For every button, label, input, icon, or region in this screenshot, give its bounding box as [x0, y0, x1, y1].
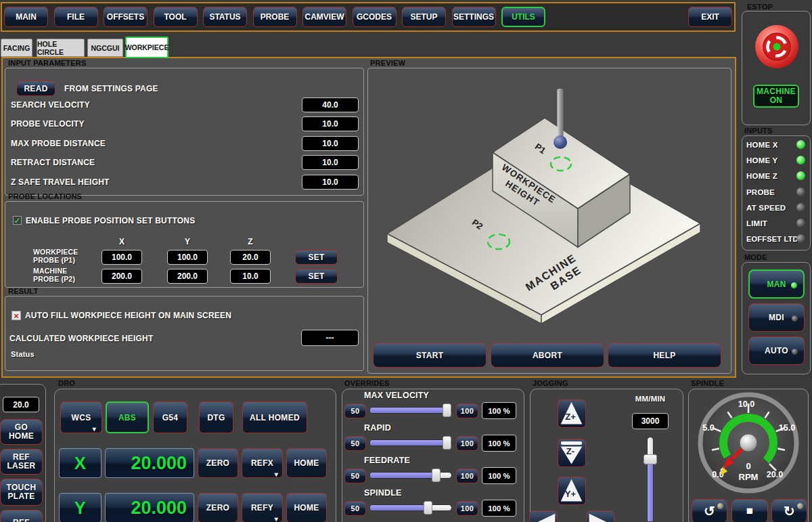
help-button[interactable]: HELP — [608, 343, 721, 368]
g54-button[interactable]: G54 — [153, 401, 187, 433]
machine-on-button[interactable]: MACHINE ON — [753, 85, 799, 108]
y-home-button[interactable]: HOME — [286, 493, 327, 522]
mode-mdi-button[interactable]: MDI — [748, 303, 805, 332]
autofill-checkbox[interactable]: × — [12, 311, 21, 320]
retract-distance-field[interactable]: 10.0 — [302, 155, 359, 170]
menu-settings[interactable]: SETTINGS — [452, 7, 496, 27]
menu-probe[interactable]: PROBE — [253, 7, 297, 27]
slider-handle[interactable] — [443, 436, 451, 450]
p1-z-field[interactable]: 20.0 — [230, 250, 271, 265]
ref-button[interactable]: REF — [0, 510, 43, 522]
menu-camview[interactable]: CAMVIEW — [302, 7, 346, 27]
spindle-cw-button[interactable]: ↻ — [771, 499, 807, 522]
touch-plate-button[interactable]: TOUCH PLATE — [0, 479, 43, 506]
abort-button[interactable]: ABORT — [491, 343, 604, 368]
start-button[interactable]: START — [373, 343, 487, 368]
max-velocity-max-button[interactable]: 100 — [456, 404, 478, 418]
probe-locations-title: PROBE LOCATIONS — [8, 192, 82, 200]
menu-status[interactable]: STATUS — [203, 7, 247, 27]
input-limit-label: LIMIT — [746, 219, 767, 227]
probe-velocity-field[interactable]: 10.0 — [302, 116, 359, 131]
ref-laser-button[interactable]: REF LASER — [0, 449, 43, 475]
y-zero-button[interactable]: ZERO — [198, 493, 238, 522]
x-zero-button[interactable]: ZERO — [198, 448, 238, 478]
y-axis-dro-value: 20.000 — [105, 493, 194, 522]
max-velocity-slider[interactable] — [369, 407, 452, 414]
menu-main[interactable]: MAIN — [4, 7, 48, 27]
x-home-button[interactable]: HOME — [286, 448, 327, 478]
probe-shaft-icon — [558, 89, 564, 139]
exit-button[interactable]: EXIT — [688, 7, 732, 27]
estop-button[interactable] — [753, 23, 800, 70]
retract-distance-label: RETRACT DISTANCE — [11, 155, 95, 170]
mode-auto-button[interactable]: AUTO — [748, 336, 805, 365]
menu-tool[interactable]: TOOL — [154, 7, 198, 27]
menu-gcodes[interactable]: GCODES — [353, 7, 397, 27]
column-x-header: X — [102, 237, 142, 246]
p2-z-field[interactable]: 10.0 — [230, 269, 271, 284]
slider-fill — [370, 505, 428, 510]
jog-y-plus-button[interactable]: Y+ — [558, 477, 586, 505]
workpiece-tab-pane: INPUT PARAMETERS READ FROM SETTINGS PAGE… — [1, 57, 736, 378]
input-eoffset-label: EOFFSET LTD — [746, 235, 798, 243]
jog-x-plus-button[interactable] — [586, 510, 614, 522]
enable-probe-checkbox[interactable]: ✓ — [13, 216, 22, 225]
cw-led-icon — [797, 503, 803, 509]
triangle-left-icon — [532, 513, 556, 522]
z-safe-travel-field[interactable]: 10.0 — [302, 175, 359, 190]
rapid-max-button[interactable]: 100 — [456, 436, 478, 451]
all-homed-button[interactable]: ALL HOMED — [242, 401, 307, 433]
jog-z-plus-button[interactable]: Z+ — [558, 399, 586, 428]
p1-set-button[interactable]: SET — [295, 250, 338, 265]
p2-y-field[interactable]: 200.0 — [167, 269, 208, 284]
slider-handle[interactable] — [644, 454, 657, 464]
tab-workpiece-active[interactable]: WORKPIECE — [125, 37, 168, 58]
p2-set-button[interactable]: SET — [295, 269, 338, 284]
jog-rate-slider[interactable] — [643, 435, 658, 522]
rapid-percent-display: 100 % — [482, 435, 516, 452]
spindle-min-button[interactable]: 50 — [344, 501, 366, 516]
slider-handle[interactable] — [432, 469, 441, 482]
abs-button-active[interactable]: ABS — [106, 401, 149, 433]
wcs-dropdown-button[interactable]: WCS ▾ — [60, 401, 102, 433]
tab-ngcgui[interactable]: NGCGUI — [87, 39, 123, 57]
p2-x-field[interactable]: 200.0 — [102, 269, 142, 284]
max-velocity-min-button[interactable]: 50 — [344, 404, 366, 418]
y-ref-dropdown-button[interactable]: REFY ▾ — [242, 493, 283, 522]
jog-x-minus-button[interactable] — [529, 510, 558, 522]
slider-handle[interactable] — [443, 404, 451, 417]
jog-rate-display[interactable]: 3000 — [632, 413, 669, 429]
read-button[interactable]: READ — [16, 81, 55, 96]
spindle-ccw-button[interactable]: ↺ — [692, 499, 727, 522]
menu-utils-active[interactable]: UTILS — [501, 7, 545, 27]
rapid-slider[interactable] — [369, 439, 452, 446]
touch-height-field[interactable]: 20.0 — [3, 397, 39, 412]
jogging-panel — [530, 389, 683, 522]
p1-y-field[interactable]: 100.0 — [167, 250, 208, 265]
x-ref-dropdown-button[interactable]: REFX ▾ — [242, 448, 283, 478]
go-home-button[interactable]: GO HOME — [0, 419, 43, 445]
svg-text:15.0: 15.0 — [779, 423, 795, 433]
home-y-led-icon — [796, 156, 805, 165]
dtg-button[interactable]: DTG — [199, 401, 233, 433]
jog-z-minus-button[interactable]: Z- — [558, 439, 586, 467]
tab-hole-circle[interactable]: HOLE CIRCLE — [37, 39, 85, 57]
feedrate-percent-display: 100 % — [482, 467, 516, 484]
spindle-stop-button[interactable]: ■ — [731, 499, 768, 522]
tab-facing[interactable]: FACING — [1, 39, 32, 57]
feedrate-max-button[interactable]: 100 — [456, 469, 478, 483]
menu-offsets[interactable]: OFFSETS — [104, 7, 148, 27]
p1-x-field[interactable]: 100.0 — [102, 250, 142, 265]
feedrate-slider[interactable] — [369, 472, 452, 479]
mode-man-button[interactable]: MAN — [748, 269, 805, 299]
rapid-min-button[interactable]: 50 — [344, 436, 366, 451]
input-probe-label: PROBE — [746, 188, 775, 196]
menu-setup[interactable]: SETUP — [402, 7, 446, 27]
feedrate-min-button[interactable]: 50 — [344, 469, 366, 483]
menu-file[interactable]: FILE — [54, 7, 98, 27]
spindle-max-button[interactable]: 100 — [456, 501, 478, 516]
max-probe-distance-field[interactable]: 10.0 — [302, 136, 359, 151]
search-velocity-field[interactable]: 40.0 — [302, 97, 359, 112]
spindle-slider[interactable] — [369, 504, 452, 511]
slider-handle[interactable] — [424, 501, 432, 515]
